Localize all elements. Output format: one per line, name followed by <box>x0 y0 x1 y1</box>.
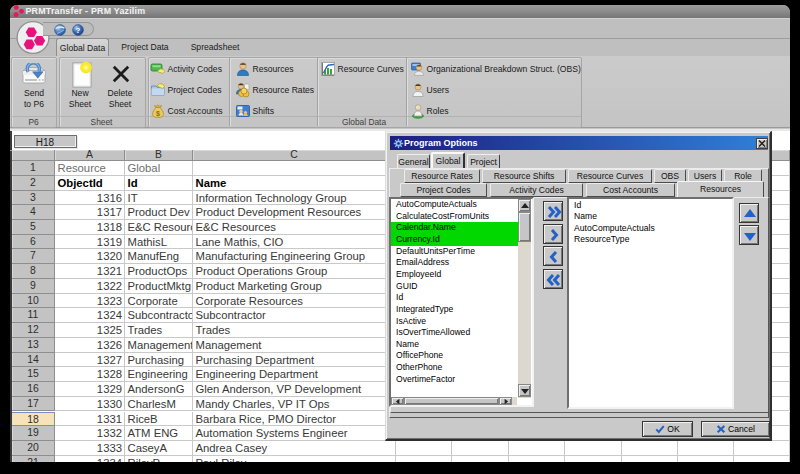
svg-text:?: ? <box>76 26 81 35</box>
svg-text:$: $ <box>156 110 160 118</box>
